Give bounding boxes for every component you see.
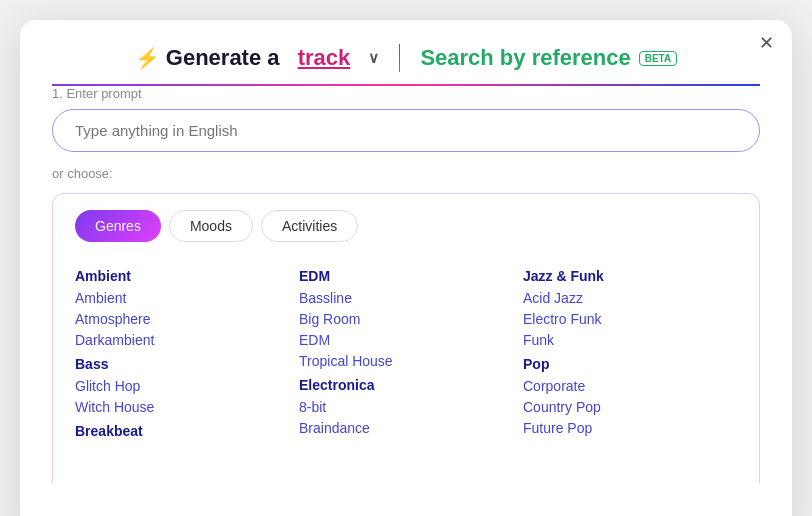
track-word: track [298,45,351,71]
genre-header-bass: Bass [75,356,289,372]
genre-item[interactable]: Electro Funk [523,311,737,327]
tab-activities[interactable]: Activities [261,210,358,242]
genre-item[interactable]: Ambient [75,290,289,306]
modal-header: ⚡ Generate a track ∨ Search by reference… [52,44,760,86]
genre-column-3: Jazz & Funk Acid Jazz Electro Funk Funk … [523,260,737,445]
genre-column-1: Ambient Ambient Atmosphere Darkambient B… [75,260,289,445]
header-divider [399,44,400,72]
genre-item[interactable]: Darkambient [75,332,289,348]
generate-prefix: Generate a [166,45,280,71]
genre-panel: Genres Moods Activities Ambient Ambient … [52,193,760,483]
genre-header-edm: EDM [299,268,513,284]
genre-item[interactable]: EDM [299,332,513,348]
genre-header-breakbeat: Breakbeat [75,423,289,439]
genre-item[interactable]: Acid Jazz [523,290,737,306]
prompt-input[interactable] [52,109,760,152]
genre-item[interactable]: Country Pop [523,399,737,415]
chevron-icon: ∨ [368,49,379,67]
genre-item[interactable]: Bassline [299,290,513,306]
genre-item[interactable]: Witch House [75,399,289,415]
search-label: Search by reference [420,45,630,71]
tabs-row: Genres Moods Activities [75,210,737,242]
or-choose-label: or choose: [52,166,760,181]
genre-item[interactable]: Glitch Hop [75,378,289,394]
genre-item[interactable]: 8-bit [299,399,513,415]
header-underline [52,84,760,86]
genre-header-ambient: Ambient [75,268,289,284]
search-by-reference[interactable]: Search by reference BETA [420,45,677,71]
genre-item[interactable]: Corporate [523,378,737,394]
genre-header-pop: Pop [523,356,737,372]
genre-item[interactable]: Tropical House [299,353,513,369]
genre-header-jazz: Jazz & Funk [523,268,737,284]
genre-item[interactable]: Atmosphere [75,311,289,327]
genre-item[interactable]: Braindance [299,420,513,436]
close-button[interactable]: ✕ [759,34,774,52]
generate-title[interactable]: ⚡ Generate a track ∨ [135,45,380,71]
genre-header-electronica: Electronica [299,377,513,393]
genre-item[interactable]: Future Pop [523,420,737,436]
tab-moods[interactable]: Moods [169,210,253,242]
genre-column-2: EDM Bassline Big Room EDM Tropical House… [299,260,513,445]
beta-badge: BETA [639,51,677,66]
main-modal: ✕ ⚡ Generate a track ∨ Search by referen… [20,20,792,516]
lightning-icon: ⚡ [135,46,160,70]
genre-item[interactable]: Funk [523,332,737,348]
tab-genres[interactable]: Genres [75,210,161,242]
genres-grid: Ambient Ambient Atmosphere Darkambient B… [75,260,737,445]
genre-item[interactable]: Big Room [299,311,513,327]
step-label: 1. Enter prompt [52,86,760,101]
